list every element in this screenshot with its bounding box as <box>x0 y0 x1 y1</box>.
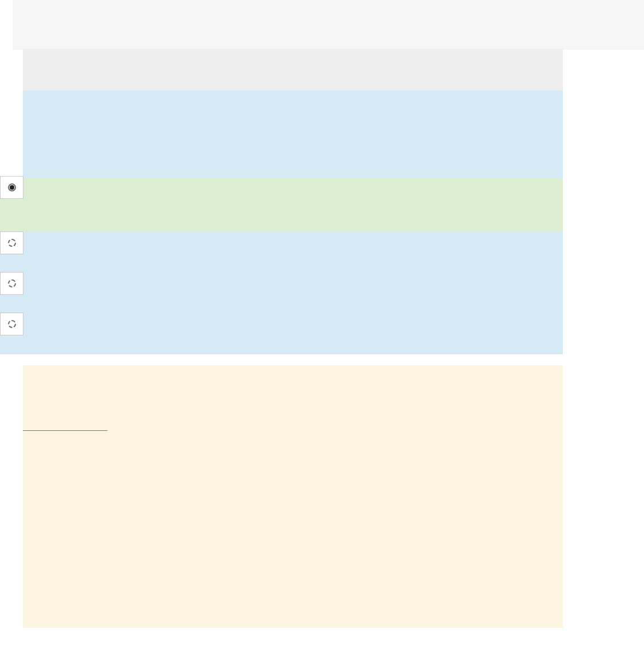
radio-loading-icon <box>8 239 16 247</box>
selected-option-panel <box>0 178 563 231</box>
radio-icon <box>8 183 16 191</box>
radio-option-2[interactable] <box>0 231 23 254</box>
details-underline <box>23 430 107 431</box>
info-panel-upper <box>23 90 563 178</box>
info-panel-lower <box>0 231 563 354</box>
radio-selected-icon <box>10 185 14 190</box>
radio-loading-icon <box>8 320 16 328</box>
radio-option-1[interactable] <box>0 176 23 199</box>
details-panel <box>23 365 563 628</box>
radio-option-3[interactable] <box>0 272 23 295</box>
top-bar <box>13 0 644 50</box>
radio-option-4[interactable] <box>0 313 23 335</box>
radio-loading-icon <box>8 279 16 287</box>
header-strip <box>23 49 563 90</box>
